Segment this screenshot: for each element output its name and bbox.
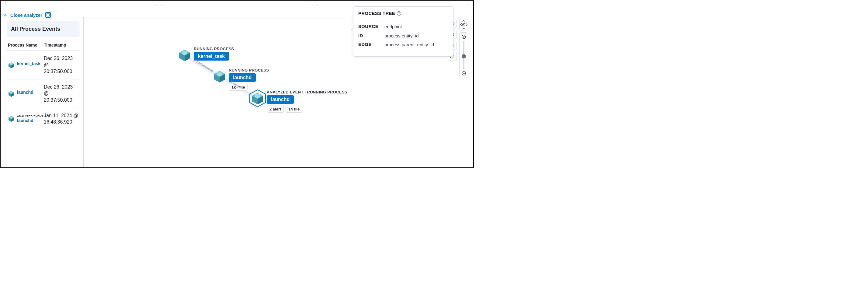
node-badges: 2 alert14 file <box>267 106 302 113</box>
tree-key: EDGE <box>358 42 384 47</box>
process-name-label: kernel_task <box>17 61 40 66</box>
panel-stub <box>161 1 313 6</box>
help-icon[interactable]: ? <box>397 11 401 16</box>
zoom-slider-thumb[interactable] <box>462 54 466 58</box>
process-name-cell: kernel_task <box>8 61 44 68</box>
process-tree-body: SOURCEendpointIDprocess.entity_idEDGEpro… <box>353 20 453 56</box>
table-header: Process Name Timestamp <box>7 43 80 51</box>
timestamp-cell: Dec 26, 2023 @ 20:37:50.000 <box>44 84 79 104</box>
tree-key: ID <box>358 33 384 38</box>
table-body: kernel_taskDec 26, 2023 @ 20:37:50.000 l… <box>7 51 80 130</box>
process-tree-title: PROCESS TREE ? <box>353 7 453 20</box>
table-row[interactable]: launchdDec 26, 2023 @ 20:37:50.000 <box>7 79 80 108</box>
analyzer-container: All Process Events Process Name Timestam… <box>3 17 471 167</box>
process-tree-title-text: PROCESS TREE <box>358 11 395 16</box>
cube-icon <box>8 62 14 68</box>
cube-icon <box>8 90 14 97</box>
timestamp-cell: Jan 11, 2024 @ 16:48:36.920 <box>44 112 79 125</box>
tree-row: EDGEprocess.parent. entity_id <box>358 42 448 48</box>
close-icon[interactable]: ✕ <box>4 12 7 17</box>
node-badge-item[interactable]: 2 alert <box>267 106 284 113</box>
toolbar-right-col <box>459 19 468 78</box>
table-row[interactable]: ANALYZED EVENTlaunchdJan 11, 2024 @ 16:4… <box>7 108 80 130</box>
tree-value: process.entity_id <box>384 33 448 39</box>
cube-icon <box>178 48 191 62</box>
process-tree-panel: PROCESS TREE ? SOURCEendpointIDprocess.e… <box>353 6 454 57</box>
tree-value: process.parent. entity_id <box>384 42 448 48</box>
tree-value: endpoint <box>384 24 448 30</box>
node-name-pill[interactable]: launchd <box>267 95 294 104</box>
edge-duration-label: <1 millisecond <box>194 59 214 73</box>
sidebar-title: All Process Events <box>11 26 75 32</box>
sidebar-header: All Process Events <box>7 21 80 37</box>
timestamp-cell: Dec 26, 2023 @ 20:37:50.000 <box>44 55 79 75</box>
cube-icon <box>8 115 14 122</box>
process-events-sidebar: All Process Events Process Name Timestam… <box>3 17 84 167</box>
close-analyzer-label[interactable]: Close analyzer <box>10 12 42 18</box>
svg-point-39 <box>464 24 464 25</box>
process-name-cell: launchd <box>8 90 44 97</box>
zoom-slider[interactable] <box>463 41 464 69</box>
zoom-out-button[interactable] <box>461 71 467 76</box>
svg-rect-0 <box>47 14 49 16</box>
analyzed-event-tag: ANALYZED EVENT <box>17 115 43 118</box>
zoom-in-button[interactable] <box>461 34 467 39</box>
process-name-label: launchd <box>17 90 33 95</box>
target-icon <box>462 23 466 26</box>
chevron-right-icon <box>466 23 467 26</box>
chevron-up-icon <box>462 20 465 22</box>
tree-row: IDprocess.entity_id <box>358 33 448 39</box>
table-row[interactable]: kernel_taskDec 26, 2023 @ 20:37:50.000 <box>7 51 80 79</box>
node-status-label: RUNNING PROCESS <box>194 47 234 51</box>
column-header-name[interactable]: Process Name <box>8 43 44 48</box>
chevron-down-icon <box>462 27 465 29</box>
process-name-cell: ANALYZED EVENTlaunchd <box>8 115 44 123</box>
node-name-pill[interactable]: kernel_task <box>194 52 229 61</box>
nav-pad[interactable] <box>459 19 468 30</box>
node-status-label: ANALYZED EVENT · RUNNING PROCESS <box>267 90 347 94</box>
panel-stub <box>5 1 157 6</box>
process-name-label: launchd <box>17 118 43 123</box>
panel-pointer <box>351 27 353 32</box>
tree-row: SOURCEendpoint <box>358 24 448 30</box>
tree-key: SOURCE <box>358 24 384 29</box>
node-name-pill[interactable]: launchd <box>229 73 256 82</box>
cube-icon <box>213 70 226 83</box>
cube-icon <box>251 92 264 105</box>
node-badge-item[interactable]: 14 file <box>286 106 302 113</box>
top-panels-row <box>1 1 473 6</box>
node-status-label: RUNNING PROCESS <box>229 68 269 73</box>
panel-stub <box>317 1 468 6</box>
zoom-panel <box>459 32 468 78</box>
process-graph-canvas[interactable]: PROCESS TREE ? SOURCEendpointIDprocess.e… <box>84 17 471 167</box>
column-header-timestamp[interactable]: Timestamp <box>44 43 79 48</box>
